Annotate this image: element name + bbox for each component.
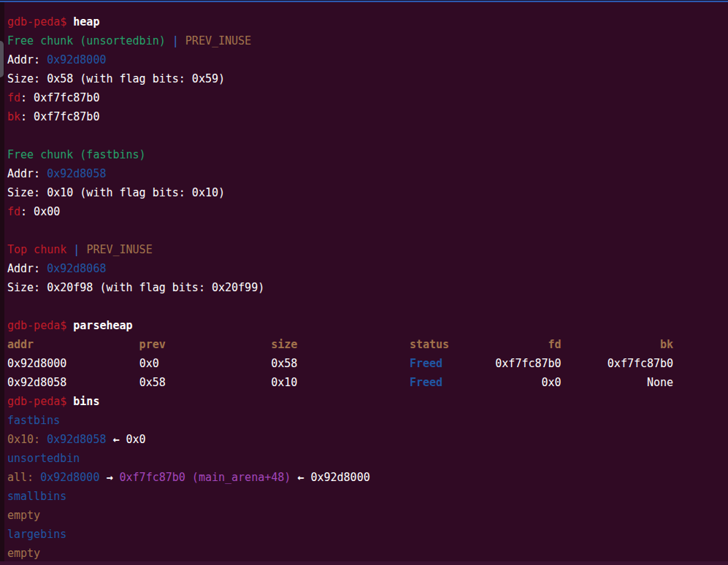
text-segment: Freed [410,376,442,389]
text-segment: Addr: [7,53,47,66]
text-segment: unsortedbin [7,452,80,465]
text-segment: gdb-peda$ [7,319,73,332]
text-segment: | [73,243,86,256]
text-segment: 0x92d8000 [47,53,106,66]
text-segment: all: [7,471,40,484]
terminal-line: fd: 0xf7fc87b0 [7,88,728,107]
text-segment: bins [73,395,99,408]
terminal-line: addr prev size status fd bk [7,335,728,354]
terminal-line: bk: 0xf7fc87b0 [7,107,728,126]
text-segment: parseheap [73,319,132,332]
text-segment: heap [73,15,99,28]
text-segment: gdb-peda$ [7,15,73,28]
text-segment: 0x92d8000 [40,471,99,484]
terminal-line [7,221,728,240]
window-bottom-edge [0,561,728,565]
text-segment: ← [106,433,126,446]
terminal-line: Addr: 0x92d8068 [7,259,728,278]
terminal-line: Size: 0x20f98 (with flag bits: 0x20f99) [7,278,728,297]
text-segment: addr prev size status fd bk [7,338,673,351]
text-segment: : 0x00 [20,205,60,218]
text-segment: → [99,471,119,484]
text-segment: Addr: [7,167,47,180]
terminal-window[interactable]: gdb-peda$ heapFree chunk (unsortedbin) |… [0,0,728,565]
text-segment: 0x0 [139,357,272,370]
text-segment: fd [7,205,20,218]
text-segment: 0x10: [7,433,47,446]
text-segment: fastbins [7,414,60,427]
text-segment: None [562,376,674,389]
terminal-line: 0x92d8000 0x0 0x58 Freed 0xf7fc87b0 0xf7… [7,354,728,373]
text-segment: 0x92d8000 [7,357,139,370]
text-segment: 0x58 [139,376,272,389]
terminal-line: Free chunk (unsortedbin) | PREV_INUSE [7,31,728,50]
terminal-line: largebins [7,525,728,544]
terminal-line: fd: 0x00 [7,202,728,221]
text-segment: Free chunk (fastbins) [7,148,146,161]
text-segment: Free chunk (unsortedbin) [7,34,172,47]
text-segment: empty [7,547,40,560]
scrollbar-thumb[interactable] [0,41,4,77]
terminal-line [7,126,728,145]
text-segment: Size: 0x58 (with flag bits: 0x59) [7,72,225,85]
terminal-line: Addr: 0x92d8058 [7,164,728,183]
terminal-line: gdb-peda$ heap [7,12,728,31]
terminal-line: smallbins [7,487,728,506]
text-segment: 0xf7fc87b0 [442,357,562,370]
terminal-line: gdb-peda$ parseheap [7,316,728,335]
terminal-line: empty [7,506,728,525]
text-segment: 0x92d8058 [47,433,106,446]
text-segment: Size: 0x20f98 (with flag bits: 0x20f99) [7,281,264,294]
text-segment: 0x10 [271,376,410,389]
text-segment: Freed [410,357,442,370]
text-segment: 0xf7fc87b0 (main_arena+48) [120,471,291,484]
text-segment: Size: 0x10 (with flag bits: 0x10) [7,186,225,199]
terminal-line: all: 0x92d8000 → 0xf7fc87b0 (main_arena+… [7,468,728,487]
text-segment: fd [7,91,20,104]
text-segment: ← [291,471,310,484]
text-segment: gdb-peda$ [7,395,73,408]
terminal-line [7,297,728,316]
text-segment: 0x92d8000 [310,471,369,484]
terminal-line: Top chunk | PREV_INUSE [7,240,728,259]
text-segment: 0x92d8068 [47,262,106,275]
terminal-line: fastbins [7,411,728,430]
terminal-line: Addr: 0x92d8000 [7,50,728,69]
terminal-line: unsortedbin [7,449,728,468]
text-segment: PREV_INUSE [86,243,152,256]
text-segment: PREV_INUSE [185,34,251,47]
text-segment: Top chunk [7,243,73,256]
text-segment: Addr: [7,262,47,275]
terminal-line: Size: 0x10 (with flag bits: 0x10) [7,183,728,202]
text-segment: largebins [7,528,66,541]
text-segment: 0x92d8058 [47,167,106,180]
text-segment: empty [7,509,40,522]
text-segment: : 0xf7fc87b0 [20,91,99,104]
text-segment: 0xf7fc87b0 [562,357,674,370]
terminal-line: empty [7,544,728,561]
text-segment: | [172,34,185,47]
text-segment: 0x0 [126,433,146,446]
text-segment: bk [7,110,20,123]
text-segment: : 0xf7fc87b0 [20,110,99,123]
terminal-line: Free chunk (fastbins) [7,145,728,164]
text-segment: 0x0 [442,376,562,389]
text-segment: smallbins [7,490,66,503]
terminal-line: Size: 0x58 (with flag bits: 0x59) [7,69,728,88]
text-segment: 0x58 [271,357,410,370]
terminal-line: 0x92d8058 0x58 0x10 Freed 0x0 None [7,373,728,392]
terminal-line: gdb-peda$ bins [7,392,728,411]
text-segment: 0x92d8058 [7,376,139,389]
terminal-body[interactable]: gdb-peda$ heapFree chunk (unsortedbin) |… [4,2,728,561]
terminal-line: 0x10: 0x92d8058 ← 0x0 [7,430,728,449]
